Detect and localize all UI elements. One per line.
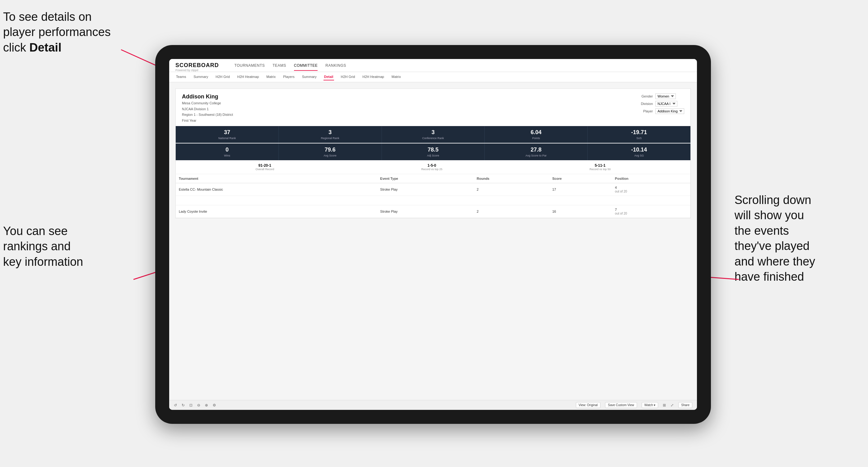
stat-sos: -19.71 SoS [588, 126, 690, 143]
watch-btn[interactable]: Watch ▾ [642, 402, 658, 408]
zoom-out-icon[interactable]: ⊖ [197, 403, 200, 407]
nav-tournaments[interactable]: TOURNAMENTS [235, 63, 265, 71]
table-row: Lady Coyote Invite Stroke Play 2 16 7out… [176, 205, 690, 218]
score: 16 [549, 205, 612, 218]
col-event-type: Event Type [377, 174, 474, 183]
event-type: Stroke Play [377, 205, 474, 218]
fullscreen-icon[interactable]: ⤢ [671, 403, 674, 407]
redo-icon[interactable]: ↻ [182, 403, 185, 407]
share-btn[interactable]: Share [678, 402, 692, 408]
col-position: Position [612, 174, 690, 183]
tournament-table: Tournament Event Type Rounds Score Posit… [176, 174, 690, 218]
position: 7out of 20 [612, 205, 690, 218]
secondary-nav: Teams Summary H2H Grid H2H Heatmap Matri… [169, 72, 697, 82]
screen-icon[interactable]: ⊞ [663, 403, 666, 407]
division-select[interactable]: NJCAA I [655, 101, 677, 106]
stat-avg-score-par: 27.8 Avg Score to Par [485, 144, 588, 160]
annotation-right: Scrolling down will show you the events … [735, 192, 865, 284]
tab-summary-1[interactable]: Summary [193, 73, 209, 81]
bottom-toolbar: ↺ ↻ ⊡ ⊖ ⊕ ⚙ View: Original Save Custom V… [169, 400, 697, 410]
tab-h2h-heatmap-2[interactable]: H2H Heatmap [362, 73, 385, 81]
tablet-frame: SCOREBOARD Powered by clippd TOURNAMENTS… [155, 45, 711, 424]
tab-matrix-2[interactable]: Matrix [391, 73, 401, 81]
record-top25: 1-5-0 Record vs top 25 [421, 163, 442, 171]
player-info: Addison King Mesa Community College NJCA… [182, 93, 233, 123]
stat-national-rank: 37 National Rank [176, 126, 279, 143]
annotation-bottomleft: You can see rankings and key information [3, 224, 127, 270]
stat-adj-score: 78.5 Adj Score [382, 144, 485, 160]
record-top50: 5-11-1 Record vs top 50 [590, 163, 611, 171]
settings-icon[interactable]: ⚙ [213, 403, 216, 407]
gender-control: Gender Women [634, 93, 684, 99]
player-select[interactable]: Addison King [655, 108, 684, 114]
zoom-in-icon[interactable]: ⊕ [205, 403, 208, 407]
tab-h2h-grid-1[interactable]: H2H Grid [215, 73, 230, 81]
stats-row-1: 37 National Rank 3 Regional Rank 3 Confe… [176, 126, 690, 143]
player-region: Region 1 - Southwest (18) District [182, 112, 233, 117]
col-rounds: Rounds [474, 174, 549, 183]
stat-regional-rank: 3 Regional Rank [279, 126, 382, 143]
division-label: Division [634, 102, 653, 105]
tablet-screen: SCOREBOARD Powered by clippd TOURNAMENTS… [169, 59, 697, 410]
gender-select[interactable]: Women [655, 93, 676, 99]
nav-teams[interactable]: TEAMS [273, 63, 286, 71]
top-nav: SCOREBOARD Powered by clippd TOURNAMENTS… [169, 59, 697, 72]
records-row: 91-20-1 Overall Record 1-5-0 Record vs t… [176, 160, 690, 174]
stat-points: 6.04 Points [485, 126, 588, 143]
tab-h2h-grid-2[interactable]: H2H Grid [340, 73, 356, 81]
player-header: Addison King Mesa Community College NJCA… [176, 89, 690, 126]
player-year: First Year [182, 118, 233, 123]
division-control: Division NJCAA I [634, 101, 684, 106]
save-custom-btn[interactable]: Save Custom View [605, 402, 637, 408]
app-logo-sub: Powered by clippd [176, 69, 219, 72]
annotation-topleft: To see details on player performances cl… [3, 9, 121, 55]
stat-conference-rank: 3 Conference Rank [382, 126, 485, 143]
tab-players[interactable]: Players [282, 73, 295, 81]
player-controls: Gender Women Division NJCAA I [634, 93, 684, 123]
zoom-fit-icon[interactable]: ⊡ [189, 403, 192, 407]
undo-icon[interactable]: ↺ [174, 403, 177, 407]
event-type: Stroke Play [377, 183, 474, 196]
table-row-empty [176, 196, 690, 205]
player-control: Player Addison King [634, 108, 684, 114]
tournament-name: Lady Coyote Invite [176, 205, 377, 218]
stats-row-2: 0 Wins 79.6 Avg Score 78.5 Adj Score 27.… [176, 144, 690, 160]
player-division: NJCAA Division 1 [182, 106, 233, 112]
view-original-btn[interactable]: View: Original [576, 402, 601, 408]
tab-detail[interactable]: Detail [323, 73, 334, 81]
table-row: Estella CC- Mountain Classic Stroke Play… [176, 183, 690, 196]
player-name: Addison King [182, 93, 233, 100]
player-college: Mesa Community College [182, 101, 233, 106]
tab-summary-2[interactable]: Summary [302, 73, 317, 81]
rounds: 2 [474, 205, 549, 218]
tournament-name: Estella CC- Mountain Classic [176, 183, 377, 196]
score: 17 [549, 183, 612, 196]
stat-avg-score: 79.6 Avg Score [279, 144, 382, 160]
player-panel: Addison King Mesa Community College NJCA… [176, 89, 691, 218]
gender-label: Gender [634, 94, 653, 98]
stat-wins: 0 Wins [176, 144, 279, 160]
tab-teams[interactable]: Teams [176, 73, 187, 81]
main-content[interactable]: Addison King Mesa Community College NJCA… [169, 82, 697, 400]
nav-rankings[interactable]: RANKINGS [326, 63, 346, 71]
tab-h2h-heatmap-1[interactable]: H2H Heatmap [237, 73, 259, 81]
nav-committee[interactable]: COMMITTEE [294, 63, 318, 71]
position: 4out of 20 [612, 183, 690, 196]
rounds: 2 [474, 183, 549, 196]
tab-matrix-1[interactable]: Matrix [266, 73, 276, 81]
col-score: Score [549, 174, 612, 183]
col-tournament: Tournament [176, 174, 377, 183]
app-logo: SCOREBOARD [176, 62, 219, 69]
primary-nav: TOURNAMENTS TEAMS COMMITTEE RANKINGS [235, 63, 346, 71]
stat-avg-sg: -10.14 Avg SG [588, 144, 690, 160]
logo-area: SCOREBOARD Powered by clippd [176, 62, 219, 72]
player-label: Player [634, 109, 653, 113]
record-overall: 91-20-1 Overall Record [255, 163, 274, 171]
